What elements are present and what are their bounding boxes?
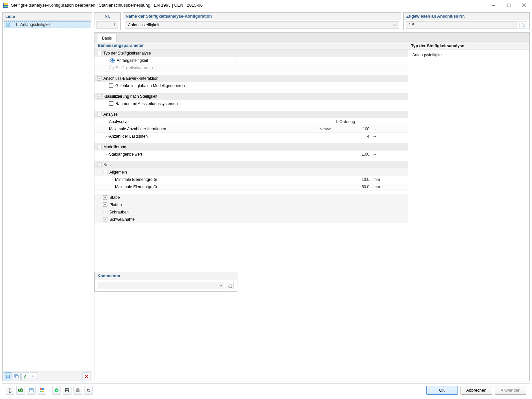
assign-field[interactable]: 1-5: [406, 21, 518, 29]
svg-text:?: ?: [9, 388, 11, 393]
help-icon: ?: [7, 388, 13, 393]
group-stiffness-type[interactable]: −Typ der Steifigkeitsanalyse: [94, 50, 408, 57]
config-list[interactable]: 1 Anfangssteifigkeit: [3, 21, 92, 371]
export-button[interactable]: [73, 386, 82, 395]
checkbox-braced-frame[interactable]: Rahmen mit Aussteifungssystemen: [94, 100, 408, 107]
expand-icon[interactable]: +: [103, 202, 107, 207]
chevron-down-icon: [219, 285, 222, 287]
group-mesh-members[interactable]: +Stäbe: [94, 194, 408, 201]
group-interaction[interactable]: −Anschluss-Bauwerk-Interaktion: [94, 75, 408, 82]
checkbox-icon[interactable]: [109, 83, 113, 88]
formula-button[interactable]: fx: [84, 386, 93, 395]
checkbox-generate-hinges[interactable]: Gelenke im globalen Modell generieren: [94, 82, 408, 89]
group-modeling[interactable]: −Modellierung: [94, 143, 408, 151]
expand-icon[interactable]: +: [103, 210, 107, 214]
nr-field[interactable]: 1: [96, 21, 118, 29]
new-item-button[interactable]: [4, 372, 12, 380]
param-member-length-coeff[interactable]: Stablängenbeiwert 1.00--: [94, 151, 408, 158]
list-item-number: 1: [11, 22, 18, 27]
radio-icon: [109, 66, 114, 70]
group-mesh-bolts[interactable]: +Schrauben: [94, 208, 408, 216]
name-header: Name der Steifigkeitsanalyse-Konfigurati…: [123, 13, 401, 20]
collapse-icon[interactable]: −: [97, 51, 101, 55]
function-icon: fx: [86, 388, 91, 393]
svg-rect-11: [16, 375, 18, 378]
svg-rect-24: [40, 388, 42, 390]
collapse-icon[interactable]: −: [97, 94, 101, 98]
help-button[interactable]: ?: [6, 386, 14, 395]
colors-button[interactable]: [38, 386, 46, 395]
expand-icon[interactable]: +: [103, 195, 107, 200]
radio-initial-stiffness-row[interactable]: Anfangssteifigkeit: [94, 57, 408, 64]
group-analysis[interactable]: −Analyse: [94, 111, 408, 118]
assign-header: Zugewiesen an Anschluss Nr.: [404, 13, 529, 20]
group-mesh-welds[interactable]: +Schweißnähte: [94, 216, 408, 223]
collapse-icon[interactable]: −: [103, 170, 107, 174]
svg-rect-32: [66, 391, 68, 392]
apply-button[interactable]: Anwenden: [495, 386, 526, 395]
maximize-button[interactable]: [501, 0, 516, 10]
ok-button[interactable]: OK: [426, 386, 458, 395]
collapse-icon[interactable]: −: [97, 112, 101, 116]
group-mesh[interactable]: −Netz: [94, 161, 408, 169]
nr-header: Nr.: [94, 13, 120, 20]
nr-panel: Nr. 1: [94, 12, 121, 30]
list-item-label: Anfangssteifigkeit: [20, 22, 52, 27]
radio-stiffness-diagram-row: Steifigkeitsdiagramm: [94, 64, 408, 71]
tab-basis[interactable]: Basis: [97, 34, 117, 42]
svg-rect-2: [4, 6, 8, 7]
list-item[interactable]: 1 Anfangssteifigkeit: [4, 21, 90, 28]
group-classification[interactable]: −Klassifizierung nach Steifigkeit: [94, 93, 408, 100]
comment-header: Kommentar: [95, 272, 237, 280]
name-panel: Name der Steifigkeitsanalyse-Konfigurati…: [123, 12, 401, 30]
param-min-element-size[interactable]: Minimale Elementgröße 10.0mm: [94, 176, 408, 183]
pick-connection-button[interactable]: [519, 21, 527, 29]
duplicate-item-button[interactable]: [13, 372, 21, 380]
info-panel: Typ der Steifigkeitsanalyse Anfangssteif…: [408, 42, 529, 381]
radio-icon[interactable]: [110, 58, 115, 63]
info-title: Typ der Steifigkeitsanalyse: [408, 42, 529, 50]
save-icon: [65, 388, 70, 393]
units-button[interactable]: 0,00: [16, 386, 25, 395]
save-button[interactable]: [63, 386, 71, 395]
app-icon: [3, 3, 8, 8]
database-icon: [75, 388, 80, 393]
collapse-icon[interactable]: −: [97, 145, 101, 149]
color-icon: [39, 388, 45, 393]
design-parameters-title: Bemessungsparameter: [94, 42, 408, 50]
reorder-button[interactable]: [30, 372, 38, 380]
checkbox-icon[interactable]: [109, 101, 113, 106]
collapse-icon[interactable]: −: [97, 163, 101, 167]
svg-text:fx: fx: [87, 388, 90, 393]
param-load-steps[interactable]: Anzahl der Laststufen 4--: [94, 133, 408, 140]
comment-panel: Kommentar: [94, 272, 237, 292]
group-mesh-general[interactable]: −Allgemein: [94, 169, 408, 176]
svg-rect-23: [29, 389, 33, 390]
comment-library-button[interactable]: [226, 282, 234, 289]
check-all-button[interactable]: [21, 372, 29, 380]
parameter-tree: Bemessungsparameter −Typ der Steifigkeit…: [94, 42, 408, 381]
close-button[interactable]: [516, 0, 532, 10]
param-analysis-type[interactable]: Analysetyp I. Ordnung: [94, 118, 408, 125]
svg-rect-17: [229, 285, 232, 288]
minimize-button[interactable]: [486, 0, 501, 10]
expand-icon[interactable]: +: [103, 217, 107, 221]
param-max-element-size[interactable]: Maximale Elementgröße 50.0mm: [94, 183, 408, 191]
group-mesh-plates[interactable]: +Platten: [94, 201, 408, 208]
name-dropdown[interactable]: Anfangssteifigkeit: [125, 21, 399, 29]
list-toolbar: [3, 371, 92, 381]
copy-icon: [227, 283, 232, 288]
svg-rect-31: [66, 389, 68, 390]
calculate-button[interactable]: [52, 386, 61, 395]
delete-item-button[interactable]: [82, 372, 90, 380]
collapse-icon[interactable]: −: [97, 76, 101, 80]
list-header: Liste: [3, 13, 92, 21]
view-mode-button[interactable]: [27, 386, 36, 395]
config-list-panel: Liste 1 Anfangssteifigkeit: [2, 12, 92, 381]
comment-dropdown[interactable]: [98, 282, 224, 289]
titlebar: Steifigkeitsanalyse-Konfiguration bearbe…: [0, 0, 532, 10]
svg-point-35: [76, 391, 79, 392]
param-max-iterations[interactable]: Maximale Anzahl der Iterationen ni,max10…: [94, 125, 408, 133]
tab-bar: Basis: [94, 33, 529, 42]
cancel-button[interactable]: Abbrechen: [461, 386, 492, 395]
